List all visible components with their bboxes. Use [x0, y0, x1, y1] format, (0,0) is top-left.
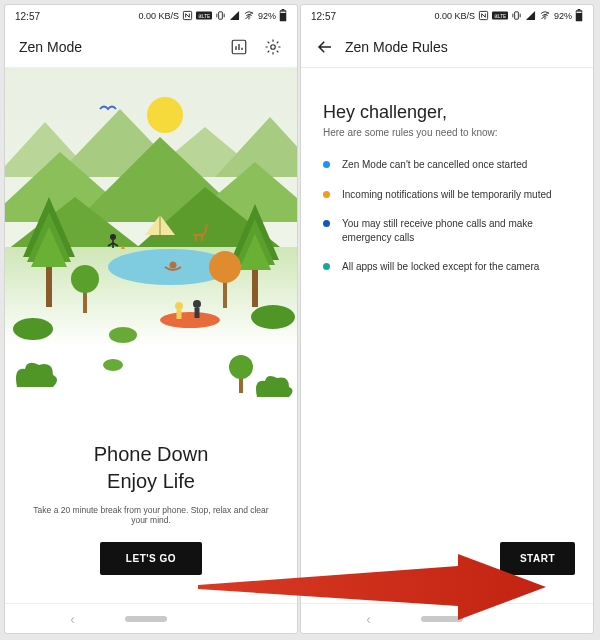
- svg-point-14: [170, 262, 177, 269]
- nav-home-pill[interactable]: [421, 616, 463, 622]
- svg-point-19: [209, 251, 241, 283]
- svg-point-35: [544, 18, 545, 19]
- svg-text:④LTE: ④LTE: [198, 13, 210, 18]
- svg-point-15: [110, 234, 116, 240]
- svg-text:④LTE: ④LTE: [494, 13, 506, 18]
- system-nav-bar: ‹: [5, 603, 297, 633]
- bullet-icon: [323, 220, 330, 227]
- gear-icon[interactable]: [263, 37, 283, 57]
- zen-mode-rules-screen: 12:57 0.00 KB/S ④LTE 92%: [300, 4, 594, 634]
- nav-back-icon[interactable]: ‹: [70, 611, 75, 627]
- svg-point-23: [175, 302, 183, 310]
- svg-rect-7: [282, 9, 285, 10]
- page-title: Zen Mode: [19, 39, 82, 55]
- system-nav-bar: ‹: [301, 603, 593, 633]
- svg-rect-34: [515, 11, 519, 18]
- wifi-off-icon: [243, 10, 255, 23]
- page-title: Zen Mode Rules: [345, 39, 448, 55]
- svg-rect-3: [219, 11, 223, 18]
- bullet-icon: [323, 161, 330, 168]
- status-net-speed: 0.00 KB/S: [138, 11, 179, 21]
- status-time: 12:57: [15, 11, 40, 22]
- rule-item: Incoming notifications will be temporari…: [323, 188, 571, 202]
- status-battery-pct: 92%: [258, 11, 276, 21]
- back-icon[interactable]: [315, 37, 335, 57]
- hero-illustration: [5, 67, 297, 347]
- nav-back-icon[interactable]: ‹: [366, 611, 371, 627]
- svg-point-27: [109, 327, 137, 343]
- svg-point-21: [71, 265, 99, 293]
- status-bar: 12:57 0.00 KB/S ④LTE 92%: [301, 5, 593, 27]
- nav-home-pill[interactable]: [125, 616, 167, 622]
- svg-point-28: [103, 359, 123, 371]
- status-net-speed: 0.00 KB/S: [434, 11, 475, 21]
- battery-icon: [279, 9, 287, 24]
- start-button[interactable]: START: [500, 542, 575, 575]
- hero-line1: Phone Down: [94, 443, 209, 465]
- svg-point-11: [147, 97, 183, 133]
- signal-icon: [525, 10, 536, 23]
- volte-icon: ④LTE: [492, 11, 508, 22]
- rule-item: Zen Mode can't be cancelled once started: [323, 158, 571, 172]
- volte-icon: ④LTE: [196, 11, 212, 22]
- header: Zen Mode: [5, 27, 297, 67]
- status-battery-pct: 92%: [554, 11, 572, 21]
- status-bar: 12:57 0.00 KB/S ④LTE 92%: [5, 5, 297, 27]
- bullet-icon: [323, 191, 330, 198]
- vibrate-icon: [511, 10, 522, 23]
- header: Zen Mode Rules: [301, 27, 593, 67]
- svg-rect-39: [576, 11, 581, 12]
- nfc-icon: [478, 10, 489, 23]
- rules-heading: Hey challenger,: [323, 102, 571, 123]
- hero-text: Phone Down Enjoy Life Take a 20 minute b…: [5, 417, 297, 535]
- svg-point-10: [271, 45, 276, 50]
- nfc-icon: [182, 10, 193, 23]
- svg-point-25: [13, 318, 53, 340]
- foreground-shrubs: [5, 347, 297, 417]
- signal-icon: [229, 10, 240, 23]
- status-time: 12:57: [311, 11, 336, 22]
- rules-list: Zen Mode can't be cancelled once started…: [323, 158, 571, 274]
- svg-point-24: [193, 300, 201, 308]
- svg-rect-8: [280, 11, 285, 12]
- svg-point-4: [248, 18, 249, 19]
- rule-item: All apps will be locked except for the c…: [323, 260, 571, 274]
- svg-point-22: [160, 312, 220, 328]
- stats-icon[interactable]: [229, 37, 249, 57]
- svg-rect-38: [578, 9, 581, 10]
- bullet-icon: [323, 263, 330, 270]
- svg-point-30: [229, 355, 253, 379]
- lets-go-button[interactable]: LET'S GO: [100, 542, 202, 575]
- rule-item: You may still receive phone calls and ma…: [323, 217, 571, 244]
- rules-subheading: Here are some rules you need to know:: [323, 127, 571, 138]
- wifi-off-icon: [539, 10, 551, 23]
- svg-point-26: [251, 305, 295, 329]
- zen-mode-home-screen: 12:57 0.00 KB/S ④LTE 92%: [4, 4, 298, 634]
- hero-subtitle: Take a 20 minute break from your phone. …: [25, 505, 277, 525]
- vibrate-icon: [215, 10, 226, 23]
- hero-line2: Enjoy Life: [107, 470, 195, 492]
- battery-icon: [575, 9, 583, 24]
